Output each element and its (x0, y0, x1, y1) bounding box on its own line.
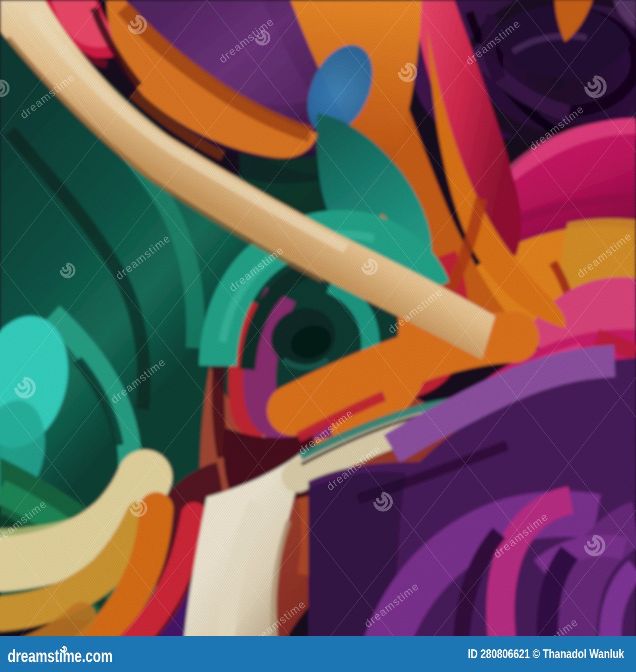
svg-text:dreamstime.com: dreamstime.com (8, 646, 113, 666)
svg-text:ID 280806621 © Thanadol Wanluk: ID 280806621 © Thanadol Wanluk (468, 647, 624, 661)
